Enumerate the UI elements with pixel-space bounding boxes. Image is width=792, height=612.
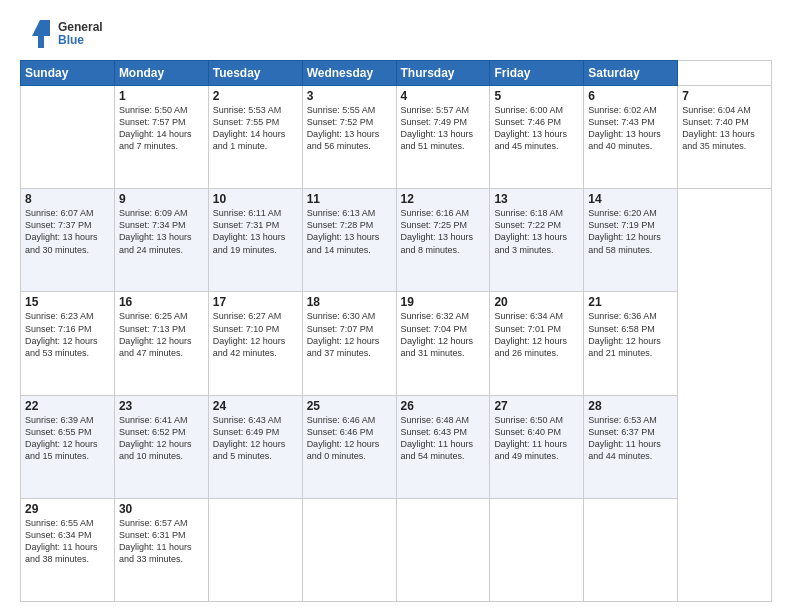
day-header-monday: Monday	[114, 61, 208, 86]
day-info: Sunrise: 6:11 AMSunset: 7:31 PMDaylight:…	[213, 207, 298, 256]
day-number: 24	[213, 399, 298, 413]
page: General Blue SundayMondayTuesdayWednesda…	[0, 0, 792, 612]
calendar-cell: 18Sunrise: 6:30 AMSunset: 7:07 PMDayligh…	[302, 292, 396, 395]
calendar-cell: 1Sunrise: 5:50 AMSunset: 7:57 PMDaylight…	[114, 86, 208, 189]
day-number: 1	[119, 89, 204, 103]
calendar-cell: 14Sunrise: 6:20 AMSunset: 7:19 PMDayligh…	[584, 189, 678, 292]
day-number: 11	[307, 192, 392, 206]
calendar-cell: 2Sunrise: 5:53 AMSunset: 7:55 PMDaylight…	[208, 86, 302, 189]
day-number: 4	[401, 89, 486, 103]
day-info: Sunrise: 5:57 AMSunset: 7:49 PMDaylight:…	[401, 104, 486, 153]
day-number: 28	[588, 399, 673, 413]
calendar-cell	[208, 498, 302, 601]
day-number: 15	[25, 295, 110, 309]
calendar-cell: 4Sunrise: 5:57 AMSunset: 7:49 PMDaylight…	[396, 86, 490, 189]
calendar-cell: 8Sunrise: 6:07 AMSunset: 7:37 PMDaylight…	[21, 189, 115, 292]
week-row-3: 15Sunrise: 6:23 AMSunset: 7:16 PMDayligh…	[21, 292, 772, 395]
day-info: Sunrise: 6:07 AMSunset: 7:37 PMDaylight:…	[25, 207, 110, 256]
calendar-cell	[584, 498, 678, 601]
calendar-cell: 20Sunrise: 6:34 AMSunset: 7:01 PMDayligh…	[490, 292, 584, 395]
header: General Blue	[20, 16, 772, 52]
day-info: Sunrise: 6:27 AMSunset: 7:10 PMDaylight:…	[213, 310, 298, 359]
calendar-cell: 7Sunrise: 6:04 AMSunset: 7:40 PMDaylight…	[678, 86, 772, 189]
calendar-cell	[21, 86, 115, 189]
day-number: 9	[119, 192, 204, 206]
day-header-wednesday: Wednesday	[302, 61, 396, 86]
day-number: 18	[307, 295, 392, 309]
day-number: 3	[307, 89, 392, 103]
day-header-friday: Friday	[490, 61, 584, 86]
calendar-header-row: SundayMondayTuesdayWednesdayThursdayFrid…	[21, 61, 772, 86]
day-info: Sunrise: 6:48 AMSunset: 6:43 PMDaylight:…	[401, 414, 486, 463]
week-row-2: 8Sunrise: 6:07 AMSunset: 7:37 PMDaylight…	[21, 189, 772, 292]
logo-line2: Blue	[58, 34, 103, 47]
calendar-cell: 6Sunrise: 6:02 AMSunset: 7:43 PMDaylight…	[584, 86, 678, 189]
day-info: Sunrise: 6:53 AMSunset: 6:37 PMDaylight:…	[588, 414, 673, 463]
week-row-4: 22Sunrise: 6:39 AMSunset: 6:55 PMDayligh…	[21, 395, 772, 498]
day-info: Sunrise: 6:23 AMSunset: 7:16 PMDaylight:…	[25, 310, 110, 359]
day-number: 29	[25, 502, 110, 516]
day-number: 30	[119, 502, 204, 516]
day-info: Sunrise: 6:39 AMSunset: 6:55 PMDaylight:…	[25, 414, 110, 463]
day-number: 8	[25, 192, 110, 206]
day-header-saturday: Saturday	[584, 61, 678, 86]
day-number: 21	[588, 295, 673, 309]
calendar-table: SundayMondayTuesdayWednesdayThursdayFrid…	[20, 60, 772, 602]
day-number: 10	[213, 192, 298, 206]
day-info: Sunrise: 6:32 AMSunset: 7:04 PMDaylight:…	[401, 310, 486, 359]
calendar-cell: 24Sunrise: 6:43 AMSunset: 6:49 PMDayligh…	[208, 395, 302, 498]
day-info: Sunrise: 6:30 AMSunset: 7:07 PMDaylight:…	[307, 310, 392, 359]
day-info: Sunrise: 6:34 AMSunset: 7:01 PMDaylight:…	[494, 310, 579, 359]
day-info: Sunrise: 6:00 AMSunset: 7:46 PMDaylight:…	[494, 104, 579, 153]
day-info: Sunrise: 6:46 AMSunset: 6:46 PMDaylight:…	[307, 414, 392, 463]
day-number: 27	[494, 399, 579, 413]
calendar-cell: 22Sunrise: 6:39 AMSunset: 6:55 PMDayligh…	[21, 395, 115, 498]
calendar-cell: 12Sunrise: 6:16 AMSunset: 7:25 PMDayligh…	[396, 189, 490, 292]
day-number: 7	[682, 89, 767, 103]
day-info: Sunrise: 5:53 AMSunset: 7:55 PMDaylight:…	[213, 104, 298, 153]
day-number: 23	[119, 399, 204, 413]
day-info: Sunrise: 6:02 AMSunset: 7:43 PMDaylight:…	[588, 104, 673, 153]
day-number: 22	[25, 399, 110, 413]
day-number: 2	[213, 89, 298, 103]
day-info: Sunrise: 6:50 AMSunset: 6:40 PMDaylight:…	[494, 414, 579, 463]
week-row-5: 29Sunrise: 6:55 AMSunset: 6:34 PMDayligh…	[21, 498, 772, 601]
day-header-tuesday: Tuesday	[208, 61, 302, 86]
calendar-cell: 30Sunrise: 6:57 AMSunset: 6:31 PMDayligh…	[114, 498, 208, 601]
day-number: 20	[494, 295, 579, 309]
day-info: Sunrise: 6:13 AMSunset: 7:28 PMDaylight:…	[307, 207, 392, 256]
week-row-1: 1Sunrise: 5:50 AMSunset: 7:57 PMDaylight…	[21, 86, 772, 189]
day-info: Sunrise: 6:41 AMSunset: 6:52 PMDaylight:…	[119, 414, 204, 463]
calendar-cell: 16Sunrise: 6:25 AMSunset: 7:13 PMDayligh…	[114, 292, 208, 395]
day-number: 13	[494, 192, 579, 206]
day-info: Sunrise: 6:36 AMSunset: 6:58 PMDaylight:…	[588, 310, 673, 359]
day-info: Sunrise: 5:50 AMSunset: 7:57 PMDaylight:…	[119, 104, 204, 153]
calendar-cell	[302, 498, 396, 601]
day-header-sunday: Sunday	[21, 61, 115, 86]
calendar-cell: 25Sunrise: 6:46 AMSunset: 6:46 PMDayligh…	[302, 395, 396, 498]
day-number: 25	[307, 399, 392, 413]
day-number: 6	[588, 89, 673, 103]
calendar-cell: 13Sunrise: 6:18 AMSunset: 7:22 PMDayligh…	[490, 189, 584, 292]
calendar-body: 1Sunrise: 5:50 AMSunset: 7:57 PMDaylight…	[21, 86, 772, 602]
calendar-cell: 9Sunrise: 6:09 AMSunset: 7:34 PMDaylight…	[114, 189, 208, 292]
calendar-cell: 28Sunrise: 6:53 AMSunset: 6:37 PMDayligh…	[584, 395, 678, 498]
logo: General Blue	[20, 16, 103, 52]
day-info: Sunrise: 6:09 AMSunset: 7:34 PMDaylight:…	[119, 207, 204, 256]
day-info: Sunrise: 6:25 AMSunset: 7:13 PMDaylight:…	[119, 310, 204, 359]
logo-graphic	[20, 16, 56, 52]
calendar-cell: 27Sunrise: 6:50 AMSunset: 6:40 PMDayligh…	[490, 395, 584, 498]
day-number: 19	[401, 295, 486, 309]
calendar-cell: 5Sunrise: 6:00 AMSunset: 7:46 PMDaylight…	[490, 86, 584, 189]
day-info: Sunrise: 6:43 AMSunset: 6:49 PMDaylight:…	[213, 414, 298, 463]
calendar-cell	[396, 498, 490, 601]
day-info: Sunrise: 6:16 AMSunset: 7:25 PMDaylight:…	[401, 207, 486, 256]
calendar-cell	[490, 498, 584, 601]
day-number: 16	[119, 295, 204, 309]
day-number: 12	[401, 192, 486, 206]
day-info: Sunrise: 6:55 AMSunset: 6:34 PMDaylight:…	[25, 517, 110, 566]
day-header-thursday: Thursday	[396, 61, 490, 86]
calendar-cell: 17Sunrise: 6:27 AMSunset: 7:10 PMDayligh…	[208, 292, 302, 395]
day-info: Sunrise: 6:04 AMSunset: 7:40 PMDaylight:…	[682, 104, 767, 153]
calendar-cell: 15Sunrise: 6:23 AMSunset: 7:16 PMDayligh…	[21, 292, 115, 395]
